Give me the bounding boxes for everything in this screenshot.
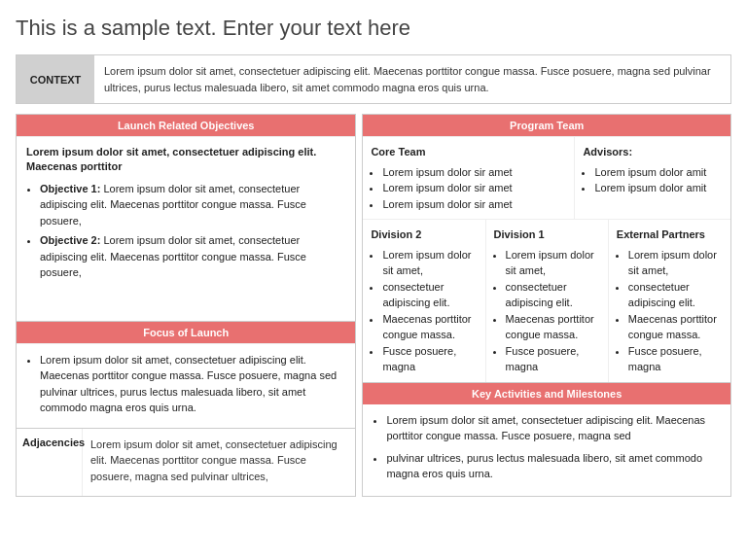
advisors-header: Advisors: [583, 144, 723, 160]
advisors-cell: Advisors: Lorem ipsum dolor amit Lorem i… [575, 137, 730, 219]
objective-1: Objective 1: Lorem ipsum dolor sit amet,… [40, 181, 345, 229]
focus-header: Focus of Launch [17, 322, 355, 343]
focus-content: Lorem ipsum dolor sit amet, consectetuer… [17, 343, 355, 428]
key-activities-item-1: Lorem ipsum dolor sit amet, consectetuer… [386, 412, 721, 444]
core-team-cell: Core Team Lorem ipsum dolor sir amet Lor… [363, 137, 575, 219]
core-team-item-2: Lorem ipsum dolor sir amet [382, 180, 566, 196]
external-partners-item-3: Maecenas porttitor congue massa. [628, 311, 723, 343]
advisors-list: Lorem ipsum dolor amit Lorem ipsum dolor… [594, 164, 723, 196]
division1-cell: Division 1 Lorem ipsum dolor sit amet, c… [486, 220, 609, 382]
external-partners-list: Lorem ipsum dolor sit amet, consectetuer… [628, 247, 723, 375]
division1-header: Division 1 [494, 227, 600, 243]
division2-header: Division 2 [371, 227, 477, 243]
division2-item-2: consectetuer adipiscing elit. [382, 279, 477, 311]
external-partners-item-2: consectetuer adipiscing elit. [628, 279, 723, 311]
division2-list: Lorem ipsum dolor sit amet, consectetuer… [382, 247, 477, 375]
objective-1-label: Objective 1: [40, 183, 100, 194]
advisors-item-2: Lorem ipsum dolor amit [594, 180, 723, 196]
external-partners-item-1: Lorem ipsum dolor sit amet, [628, 247, 723, 279]
objectives-list: Objective 1: Lorem ipsum dolor sit amet,… [40, 181, 345, 281]
adjacencies-text: Lorem ipsum dolor sit amet, consectetuer… [83, 429, 355, 496]
key-activities-item-2: pulvinar ultrices, purus lectus malesuad… [386, 450, 721, 482]
division1-item-1: Lorem ipsum dolor sit amet, [506, 247, 600, 279]
adjacencies-label: Adjacencies [17, 429, 83, 496]
main-grid: Launch Related Objectives Lorem ipsum do… [16, 114, 731, 497]
division2-item-4: Fusce posuere, magna [382, 343, 477, 375]
program-team-grid: Core Team Lorem ipsum dolor sir amet Lor… [363, 136, 730, 219]
right-column: Program Team Core Team Lorem ipsum dolor… [362, 114, 731, 497]
adjacencies-box: Adjacencies Lorem ipsum dolor sit amet, … [17, 428, 355, 496]
division-row: Division 2 Lorem ipsum dolor sit amet, c… [363, 219, 730, 382]
context-label: CONTEXT [17, 55, 94, 103]
core-team-header: Core Team [371, 144, 566, 160]
external-partners-cell: External Partners Lorem ipsum dolor sit … [609, 220, 730, 382]
launch-intro: Lorem ipsum dolor sit amet, consectetuer… [26, 145, 345, 175]
objective-2-label: Objective 2: [40, 234, 100, 246]
division1-item-3: Maecenas porttitor congue massa. [506, 311, 600, 343]
external-partners-item-4: Fusce posuere, magna [628, 343, 723, 375]
objective-2: Objective 2: Lorem ipsum dolor sit amet,… [40, 232, 345, 281]
advisors-item-1: Lorem ipsum dolor amit [594, 164, 723, 181]
division2-cell: Division 2 Lorem ipsum dolor sit amet, c… [363, 220, 485, 382]
key-activities-content: Lorem ipsum dolor sit amet, consectetuer… [363, 404, 730, 496]
core-team-list: Lorem ipsum dolor sir amet Lorem ipsum d… [382, 164, 566, 213]
key-activities-header: Key Activities and Milestones [363, 383, 730, 404]
core-team-item-3: Lorem ipsum dolor sir amet [382, 196, 566, 213]
launch-objectives-header: Launch Related Objectives [17, 115, 355, 136]
focus-list: Lorem ipsum dolor sit amet, consectetuer… [40, 352, 345, 416]
focus-section: Focus of Launch Lorem ipsum dolor sit am… [17, 321, 355, 428]
division2-item-1: Lorem ipsum dolor sit amet, [382, 247, 477, 279]
left-column: Launch Related Objectives Lorem ipsum do… [16, 114, 356, 497]
external-partners-header: External Partners [617, 227, 723, 243]
division2-item-3: Maecenas porttitor congue massa. [382, 311, 477, 343]
division1-item-4: Fusce posuere, magna [506, 343, 600, 375]
page-title: This is a sample text. Enter your text h… [16, 16, 731, 41]
key-activities-section: Key Activities and Milestones Lorem ipsu… [363, 382, 730, 496]
program-team-header: Program Team [363, 115, 730, 136]
division1-list: Lorem ipsum dolor sit amet, consectetuer… [506, 247, 600, 375]
context-box: CONTEXT Lorem ipsum dolor sit amet, cons… [16, 54, 731, 104]
focus-item: Lorem ipsum dolor sit amet, consectetuer… [40, 352, 345, 416]
launch-objectives-content: Lorem ipsum dolor sit amet, consectetuer… [17, 136, 355, 321]
division1-item-2: consectetuer adipiscing elit. [506, 279, 600, 311]
context-text: Lorem ipsum dolor sit amet, consectetuer… [94, 55, 730, 103]
core-team-item-1: Lorem ipsum dolor sir amet [382, 164, 566, 181]
key-activities-list: Lorem ipsum dolor sit amet, consectetuer… [386, 412, 721, 482]
